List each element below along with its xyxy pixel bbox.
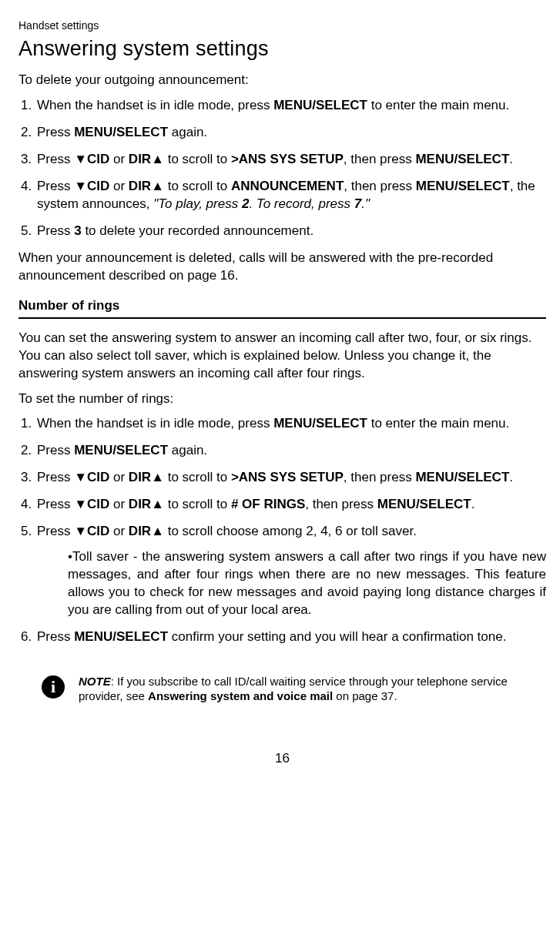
text: again. <box>168 443 207 457</box>
text: Press <box>37 443 74 457</box>
text: to enter the main menu. <box>367 416 509 431</box>
menu-key: MENU <box>415 152 454 166</box>
step: Press ▼CID or DIR▲ to scroll to # OF RIN… <box>35 496 546 514</box>
text: to enter the main menu. <box>367 98 509 112</box>
text: Press <box>37 179 74 193</box>
note-block: i NOTE: If you subscribe to call ID/call… <box>42 674 546 704</box>
steps-delete: When the handset is in idle mode, press … <box>18 97 546 240</box>
rings-description: You can set the answering system to answ… <box>18 330 546 383</box>
cross-ref: Answering system and voice mail <box>148 689 333 702</box>
step: When the handset is in idle mode, press … <box>35 415 546 433</box>
dir-key: DIR▲ <box>129 524 164 538</box>
dir-key: DIR▲ <box>129 470 164 484</box>
cid-key: ▼CID <box>74 179 109 193</box>
text: , then press <box>344 470 416 484</box>
select-key: /SELECT <box>416 497 471 511</box>
text: to scroll to <box>164 470 231 484</box>
text: , then press <box>344 152 416 166</box>
text: Press <box>37 152 74 166</box>
text: to scroll to <box>164 152 231 166</box>
select-key: /SELECT <box>454 152 509 166</box>
menu-key: MENU <box>74 125 112 139</box>
note-label: NOTE <box>79 675 111 688</box>
text: Press <box>37 497 74 511</box>
cid-key: ▼CID <box>74 524 109 538</box>
menu-key: MENU <box>415 470 454 484</box>
post-delete-note: When your announcement is deleted, calls… <box>18 250 546 285</box>
step: Press ▼CID or DIR▲ to scroll to >ANS SYS… <box>35 151 546 169</box>
menu-key: MENU/ <box>273 416 316 431</box>
text: to scroll choose among 2, 4, 6 or toll s… <box>164 524 417 538</box>
step: Press ▼CID or DIR▲ to scroll choose amon… <box>35 523 546 619</box>
menu-key: MENU <box>377 497 416 511</box>
text: Press <box>37 470 74 484</box>
select-key: /SELECT <box>454 179 510 193</box>
select-key: SELECT <box>316 416 367 431</box>
step: Press MENU/SELECT confirm your setting a… <box>35 628 546 646</box>
cid-key: ▼CID <box>74 152 109 166</box>
note-text: NOTE: If you subscribe to call ID/call w… <box>79 674 538 704</box>
toll-saver-bullet: •Toll saver - the answering system answe… <box>68 548 546 619</box>
text: When the handset is in idle mode, press <box>37 98 273 112</box>
step: Press MENU/SELECT again. <box>35 124 546 142</box>
text: Press <box>37 125 74 139</box>
text: , then press <box>344 179 416 193</box>
text: to delete your recorded announcement. <box>82 223 314 238</box>
text: . <box>509 152 513 166</box>
step: When the handset is in idle mode, press … <box>35 97 546 115</box>
key-2: 2 <box>242 196 249 211</box>
page-title: Answering system settings <box>18 35 546 62</box>
menu-key: MENU/ <box>273 98 316 112</box>
select-key: /SELECT <box>112 125 168 139</box>
menu-key: MENU <box>74 443 112 457</box>
intro-delete: To delete your outgoing announcement: <box>18 72 546 89</box>
text: or <box>109 152 129 166</box>
select-key: /SELECT <box>112 443 168 457</box>
menu-target: # OF RINGS <box>231 497 305 511</box>
text: to scroll to <box>164 497 231 511</box>
text: Press <box>37 524 74 538</box>
dir-key: DIR▲ <box>129 179 164 193</box>
page-number: 16 <box>18 750 546 768</box>
text: again. <box>168 125 207 139</box>
text: Press <box>37 629 74 644</box>
text: . <box>509 470 513 484</box>
text: When the handset is in idle mode, press <box>37 416 273 431</box>
step: Press ▼CID or DIR▲ to scroll to >ANS SYS… <box>35 469 546 487</box>
quote: "To play, press <box>153 196 242 211</box>
menu-target: >ANS SYS SETUP <box>231 152 344 166</box>
menu-target: >ANS SYS SETUP <box>231 470 344 484</box>
text: Press <box>37 223 74 238</box>
key-3: 3 <box>74 223 81 238</box>
text: or <box>109 470 129 484</box>
steps-rings: When the handset is in idle mode, press … <box>18 415 546 645</box>
subheading-rings: Number of rings <box>18 297 546 319</box>
text: or <box>109 179 129 193</box>
menu-key: MENU <box>74 629 112 644</box>
dir-key: DIR▲ <box>129 152 164 166</box>
menu-key: MENU <box>416 179 454 193</box>
dir-key: DIR▲ <box>129 497 164 511</box>
step: Press ▼CID or DIR▲ to scroll to ANNOUNCE… <box>35 178 546 213</box>
cid-key: ▼CID <box>74 470 109 484</box>
cid-key: ▼CID <box>74 497 109 511</box>
menu-target: ANNOUNCEMENT <box>231 179 344 193</box>
text: confirm your setting and you will hear a… <box>168 629 506 644</box>
section-header: Handset settings <box>18 18 546 33</box>
select-key: /SELECT <box>454 470 509 484</box>
text: on page 37. <box>333 689 397 702</box>
text: or <box>109 524 129 538</box>
step: Press 3 to delete your recorded announce… <box>35 223 546 240</box>
quote: . To record, press <box>249 196 354 211</box>
step: Press MENU/SELECT again. <box>35 442 546 460</box>
text: or <box>109 497 129 511</box>
key-7: 7 <box>354 196 361 211</box>
text: to scroll to <box>164 179 231 193</box>
text: . <box>471 497 475 511</box>
select-key: /SELECT <box>112 629 168 644</box>
info-icon: i <box>42 675 65 699</box>
quote: ." <box>361 196 370 211</box>
select-key: SELECT <box>316 98 367 112</box>
text: , then press <box>305 497 377 511</box>
intro-rings: To set the number of rings: <box>18 390 546 408</box>
